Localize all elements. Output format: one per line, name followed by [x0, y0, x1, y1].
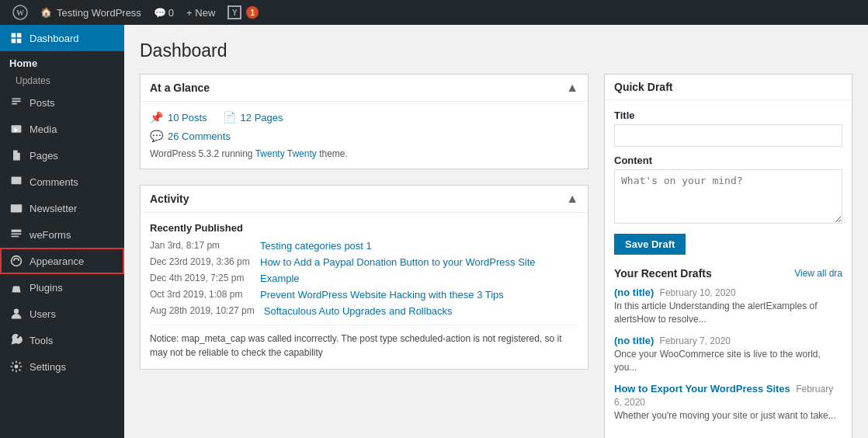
comments-button[interactable]: 💬 0 [148, 0, 180, 25]
activity-item-4: Aug 28th 2019, 10:27 pm Softaculous Auto… [150, 305, 578, 317]
sidebar-item-pages[interactable]: Pages [0, 142, 124, 169]
sidebar-item-label: weForms [30, 229, 71, 241]
posts-stat[interactable]: 📌 10 Posts [150, 111, 207, 123]
draft-date: February 10, 2020 [660, 287, 736, 298]
svg-point-11 [12, 256, 22, 266]
activity-link[interactable]: How to Add a Paypal Donation Button to y… [260, 256, 536, 268]
wp-wrap: Dashboard Home Updates Posts Media Pages [0, 0, 868, 438]
dashboard-icon [9, 31, 23, 45]
newsletter-icon [9, 201, 23, 215]
sidebar-item-label: Pages [30, 150, 58, 162]
posts-count: 10 Posts [168, 112, 207, 123]
svg-rect-4 [12, 39, 16, 43]
sidebar-item-label: Tools [30, 335, 53, 346]
activity-date: Aug 28th 2019, 10:27 pm [150, 305, 255, 316]
sidebar-item-tools[interactable]: Tools [0, 327, 124, 353]
content-textarea[interactable] [614, 169, 842, 224]
activity-widget: Activity ▲ Recently Published Jan 3rd, 8… [140, 185, 589, 370]
sidebar-item-label: Newsletter [30, 203, 77, 214]
at-a-glance-title: At a Glance [150, 82, 210, 94]
quick-draft-header: Quick Draft [605, 75, 852, 100]
svg-point-12 [14, 309, 19, 314]
activity-date: Dec 4th 2019, 7:25 pm [150, 273, 251, 283]
sidebar-item-newsletter[interactable]: Newsletter [0, 195, 124, 221]
left-column: At a Glance ▲ 📌 10 Posts 📄 12 Pages [140, 74, 589, 438]
sidebar-item-comments[interactable]: Comments [0, 169, 124, 195]
quick-draft-widget: Quick Draft Title Content Save Draft You… [604, 74, 852, 438]
page-title: Dashboard [140, 40, 852, 61]
pages-stat[interactable]: 📄 12 Pages [223, 111, 283, 123]
sidebar-item-users[interactable]: Users [0, 301, 124, 327]
recent-drafts-header: Your Recent Drafts View all dra [614, 267, 842, 280]
comments-count: 26 Comments [168, 130, 231, 142]
sidebar-item-dashboard[interactable]: Dashboard [0, 25, 124, 51]
svg-rect-2 [12, 33, 16, 38]
sidebar-item-label: Settings [30, 361, 66, 373]
comments-stat[interactable]: 💬 26 Comments [150, 130, 578, 142]
draft-item-2: How to Export Your WordPress Sites Febru… [614, 382, 842, 422]
sidebar-item-label: Dashboard [30, 33, 79, 44]
title-label: Title [614, 110, 842, 121]
draft-item-1: (no title) February 7, 2020 Once your Wo… [614, 334, 842, 374]
recent-drafts-title: Your Recent Drafts [614, 267, 712, 280]
wp-logo-button[interactable]: W [6, 0, 34, 25]
yoast-icon: Y [227, 5, 241, 19]
draft-link[interactable]: (no title) [614, 335, 654, 346]
comments-count: 0 [168, 7, 174, 19]
activity-title: Activity [150, 193, 189, 205]
sidebar-item-media[interactable]: Media [0, 116, 124, 142]
yoast-icon-button[interactable]: Y 1 [221, 0, 265, 25]
users-icon [9, 307, 23, 321]
site-name-button[interactable]: 🏠 Testing WordPress [34, 0, 148, 25]
draft-excerpt: Whether you're moving your site or just … [614, 409, 842, 422]
activity-link[interactable]: Example [260, 273, 300, 284]
activity-link[interactable]: Prevent WordPress Website Hacking with t… [260, 289, 504, 301]
content-label: Content [614, 155, 842, 166]
notice-text: Notice: map_meta_cap was called incorrec… [150, 333, 562, 358]
sidebar-item-weforms[interactable]: weForms [0, 221, 124, 248]
home-icon: 🏠 [40, 7, 52, 18]
sidebar-item-posts[interactable]: Posts [0, 89, 124, 116]
wp-info-text: WordPress 5.3.2 running [150, 148, 255, 159]
appearance-icon [9, 254, 23, 268]
dashboard-columns: At a Glance ▲ 📌 10 Posts 📄 12 Pages [140, 74, 852, 438]
at-a-glance-stats: 📌 10 Posts 📄 12 Pages [150, 111, 578, 123]
sidebar-item-updates[interactable]: Updates [0, 72, 124, 89]
posts-icon [9, 96, 23, 110]
sidebar-item-plugins[interactable]: Plugins [0, 274, 124, 301]
plugins-icon [9, 280, 23, 294]
save-draft-button[interactable]: Save Draft [614, 234, 686, 255]
pages-stat-icon: 📄 [223, 111, 236, 123]
activity-item-1: Dec 23rd 2019, 3:36 pm How to Add a Payp… [150, 256, 578, 268]
draft-link[interactable]: How to Export Your WordPress Sites [614, 383, 790, 395]
at-a-glance-widget: At a Glance ▲ 📌 10 Posts 📄 12 Pages [140, 74, 589, 169]
pages-count: 12 Pages [241, 112, 283, 123]
sidebar-item-appearance[interactable]: Appearance [0, 248, 124, 274]
right-column: Quick Draft Title Content Save Draft You… [604, 74, 852, 438]
svg-rect-3 [17, 33, 22, 38]
draft-item-0: (no title) February 10, 2020 In this art… [614, 286, 842, 326]
activity-date: Jan 3rd, 8:17 pm [150, 240, 251, 251]
draft-link[interactable]: (no title) [614, 287, 654, 298]
svg-point-13 [15, 365, 19, 369]
activity-toggle[interactable]: ▲ [566, 192, 578, 206]
title-input[interactable] [614, 124, 842, 147]
activity-link[interactable]: Softaculous Auto Upgrades and Rollbacks [264, 305, 453, 317]
admin-bar: W 🏠 Testing WordPress 💬 0 + New Y 1 [0, 0, 868, 25]
sidebar-home-header: Home [0, 51, 124, 72]
admin-sidebar: Dashboard Home Updates Posts Media Pages [0, 25, 124, 438]
main-content: Dashboard At a Glance ▲ 📌 10 Posts [124, 25, 868, 438]
sidebar-item-label: Media [30, 123, 57, 135]
sidebar-item-settings[interactable]: Settings [0, 353, 124, 380]
wp-info: WordPress 5.3.2 running Twenty Twenty th… [150, 148, 578, 159]
activity-header: Activity ▲ [141, 186, 588, 213]
at-a-glance-toggle[interactable]: ▲ [566, 81, 578, 95]
sidebar-item-label: Users [30, 308, 56, 320]
sidebar-item-label: Plugins [30, 282, 63, 294]
theme-link[interactable]: Twenty Twenty [255, 148, 317, 159]
new-content-button[interactable]: + New [180, 0, 221, 25]
svg-rect-8 [12, 230, 22, 232]
activity-link[interactable]: Testing categories post 1 [260, 240, 372, 252]
view-all-link[interactable]: View all dra [794, 268, 842, 279]
svg-rect-5 [17, 39, 22, 43]
